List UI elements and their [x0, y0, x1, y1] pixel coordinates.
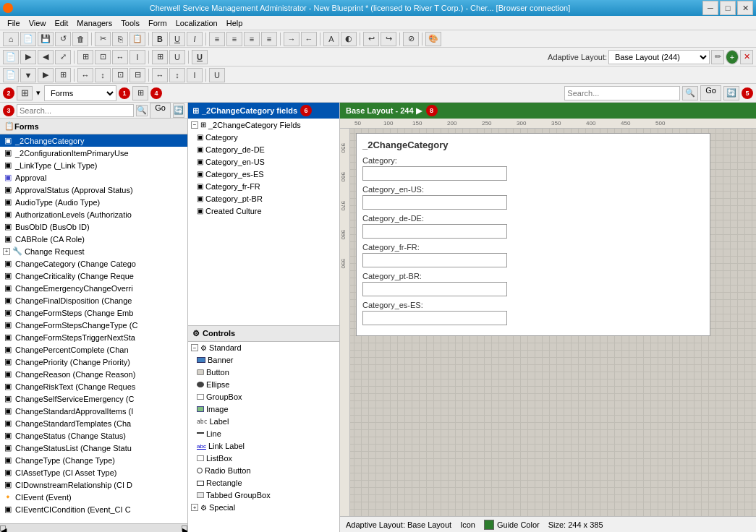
list-item-14[interactable]: ▣ ChangeFormSteps (Change Emb — [0, 306, 187, 319]
fields-tree[interactable]: − ⊞ _2ChangeCategory Fields ▣ Category ▣… — [188, 119, 339, 326]
outdent-button[interactable]: ← — [301, 32, 317, 46]
control-label[interactable]: abc Label — [188, 416, 339, 428]
tb3-btn7[interactable]: ⊡ — [112, 68, 128, 82]
scroll-left-btn[interactable]: ◀ — [0, 525, 6, 531]
refresh-button[interactable]: ↺ — [55, 32, 71, 46]
cut-button[interactable]: ✂ — [95, 32, 111, 46]
controls-special-group[interactable]: + ⚙ Special — [188, 502, 339, 514]
list-item-4[interactable]: ▣ ApprovalStatus (Approval Status) — [0, 184, 187, 196]
list-item-13[interactable]: ▣ ChangeFinalDisposition (Change — [0, 294, 187, 306]
tb3-btn9[interactable]: ↔ — [152, 68, 168, 82]
tb3-btn2[interactable]: ▼ — [20, 68, 36, 82]
delete-button[interactable]: 🗑 — [72, 32, 88, 46]
control-ellipse[interactable]: Ellipse — [188, 379, 339, 391]
left-go-button[interactable]: Go — [150, 103, 171, 119]
list-item-18[interactable]: ▣ ChangePriority (Change Priority) — [0, 356, 187, 368]
maximize-button[interactable]: □ — [720, 1, 736, 15]
list-item-3[interactable]: ▣ Approval — [0, 171, 187, 184]
list-item-10[interactable]: ▣ ChangeCategory (Change Catego — [0, 257, 187, 270]
field-item-2[interactable]: ▣ Category_de-DE — [188, 143, 339, 155]
control-button[interactable]: Button — [188, 366, 339, 379]
font-color-button[interactable]: A — [323, 32, 339, 46]
list-item-23[interactable]: ▣ ChangeStandardTemplates (Cha — [0, 417, 187, 429]
control-linklabel[interactable]: abc Link Label — [188, 440, 339, 452]
field-item-3[interactable]: ▣ Category_en-US — [188, 155, 339, 168]
list-item-2[interactable]: ▣ _LinkType (_Link Type) — [0, 159, 187, 171]
menu-tools[interactable]: Tools — [116, 17, 144, 29]
controls-tree[interactable]: − ⚙ Standard Banner Button Ellipse — [188, 342, 339, 533]
minimize-button[interactable]: ─ — [702, 1, 718, 15]
save-button[interactable]: 💾 — [38, 32, 54, 46]
paste-button[interactable]: 📋 — [129, 32, 145, 46]
add-layout-button[interactable]: + — [726, 50, 739, 64]
align-center-button[interactable]: ≡ — [226, 32, 242, 46]
left-search-btn[interactable]: 🔍 — [136, 105, 148, 116]
field-item-1[interactable]: ▣ Category — [188, 131, 339, 143]
form-field-2-input[interactable] — [362, 224, 507, 239]
tb2-btn1[interactable]: 📄 — [3, 50, 19, 64]
list-item-12[interactable]: ▣ ChangeEmergencyChangeOverri — [0, 282, 187, 294]
adaptive-layout-dropdown[interactable]: Base Layout (244) — [608, 50, 710, 64]
list-item-17[interactable]: ▣ ChangePercentComplete (Chan — [0, 343, 187, 356]
scroll-right-btn[interactable]: ▶ — [182, 525, 187, 531]
canvas-refresh-button[interactable]: 🔄 — [723, 86, 739, 100]
tb2-btn3[interactable]: ◀ — [38, 50, 54, 64]
list-item-30[interactable]: ▣ CIEventCICondition (Event_CI C — [0, 503, 187, 515]
list-item-5[interactable]: ▣ AudioType (Audio Type) — [0, 196, 187, 208]
bold-button[interactable]: B — [152, 32, 168, 46]
control-groupbox[interactable]: GroupBox — [188, 391, 339, 403]
canvas-go-button[interactable]: Go — [700, 85, 721, 101]
field-item-5[interactable]: ▣ Category_fr-FR — [188, 180, 339, 192]
list-item-29[interactable]: 🔸 CIEvent (Event) — [0, 491, 187, 503]
list-item-24[interactable]: ▣ ChangeStatus (Change Status) — [0, 429, 187, 442]
close-layout-button[interactable]: ✕ — [740, 50, 753, 64]
list-item-26[interactable]: ▣ ChangeType (Change Type) — [0, 454, 187, 466]
list-item-1[interactable]: ▣ _2ConfigurationItemPrimaryUse — [0, 147, 187, 159]
list-item-22[interactable]: ▣ ChangeStandardApprovalItems (I — [0, 405, 187, 417]
edit-layout-button[interactable]: ✏ — [711, 50, 724, 64]
redo-button[interactable]: ↪ — [381, 32, 396, 46]
menu-edit[interactable]: Edit — [50, 17, 72, 29]
list-item-0[interactable]: ▣ _2ChangeCategory — [0, 134, 187, 147]
new-button[interactable]: 📄 — [20, 32, 36, 46]
field-item-root[interactable]: − ⊞ _2ChangeCategory Fields — [188, 119, 339, 131]
list-item-11[interactable]: ▣ ChangeCriticality (Change Reque — [0, 270, 187, 282]
tb2-btn5[interactable]: ⊞ — [77, 50, 93, 64]
tb2-btn8[interactable]: I — [129, 50, 145, 64]
list-item-28[interactable]: ▣ CIDownstreamRelationship (CI D — [0, 479, 187, 491]
menu-view[interactable]: View — [25, 17, 51, 29]
control-rectangle[interactable]: Rectangle — [188, 477, 339, 489]
list-item-25[interactable]: ▣ ChangeStatusList (Change Statu — [0, 442, 187, 454]
control-line[interactable]: Line — [188, 428, 339, 440]
menu-managers[interactable]: Managers — [72, 17, 116, 29]
undo-button[interactable]: ↩ — [363, 32, 379, 46]
control-radio[interactable]: Radio Button — [188, 465, 339, 477]
tb3-btn5[interactable]: ↔ — [77, 68, 93, 82]
form-field-3-input[interactable] — [362, 253, 507, 267]
form-field-5-input[interactable] — [362, 311, 507, 325]
list-item-8[interactable]: ▣ CABRole (CA Role) — [0, 233, 187, 245]
forms-tree-list[interactable]: ▣ _2ChangeCategory ▣ _2ConfigurationItem… — [0, 134, 187, 523]
tb3-btn12[interactable]: U — [209, 68, 225, 82]
form-field-0-input[interactable] — [362, 166, 507, 181]
control-image[interactable]: Image — [188, 403, 339, 416]
copy-button[interactable]: ⎘ — [112, 32, 128, 46]
list-item-27[interactable]: ▣ CIAssetType (CI Asset Type) — [0, 466, 187, 479]
tb2-btn9[interactable]: ⊞ — [152, 50, 168, 64]
home-button[interactable]: ⌂ — [3, 32, 19, 46]
item-9-expand[interactable]: + — [3, 248, 10, 255]
left-search-input[interactable] — [17, 104, 134, 117]
list-item-15[interactable]: ▣ ChangeFormStepsChangeType (C — [0, 319, 187, 331]
left-extra-btn[interactable]: 🔄 — [173, 103, 184, 118]
menu-form[interactable]: Form — [144, 17, 171, 29]
field-item-7[interactable]: ▣ Created Culture — [188, 205, 339, 217]
tb3-btn10[interactable]: ↕ — [169, 68, 185, 82]
standard-expand[interactable]: − — [191, 344, 198, 351]
italic-button[interactable]: I — [187, 32, 203, 46]
indent-button[interactable]: → — [284, 32, 300, 46]
list-item-21[interactable]: ▣ ChangeSelfServiceEmergency (C — [0, 392, 187, 405]
align-justify-button[interactable]: ≡ — [261, 32, 277, 46]
tb3-btn8[interactable]: ⊟ — [129, 68, 145, 82]
canvas-search-icon[interactable]: 🔍 — [682, 86, 698, 100]
menu-localization[interactable]: Localization — [171, 17, 222, 29]
